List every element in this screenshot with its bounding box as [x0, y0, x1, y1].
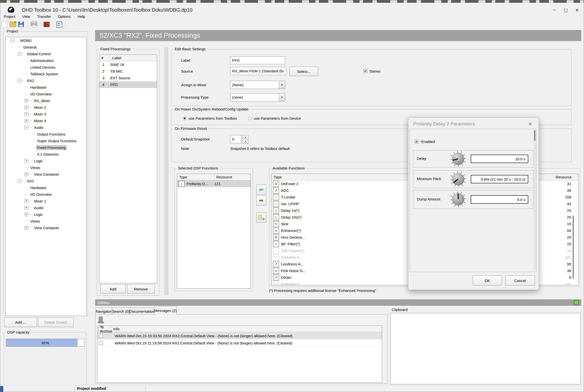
messages-table[interactable]: To Archive Info WARN Wed Oct 23 10:33:50…: [97, 326, 382, 382]
tree-item-talkback-system[interactable]: Talkback System: [6, 70, 86, 77]
tree-item-mixer-3[interactable]: +Mixer 3: [6, 111, 86, 118]
list-scrollbar-thumb[interactable]: [572, 216, 574, 278]
tree-expander-collapse-icon[interactable]: −: [11, 39, 14, 42]
open-file-icon[interactable]: [10, 21, 16, 28]
menu-project[interactable]: Project: [0, 13, 19, 20]
snapshot-input[interactable]: 0: [230, 135, 242, 143]
tree-item-administration[interactable]: Administration: [6, 57, 86, 64]
tree-item-general[interactable]: General: [6, 44, 86, 50]
tree-expander-expand-icon[interactable]: +: [24, 159, 28, 163]
tree-item-5-1-downmix[interactable]: 5.1 Downmix: [6, 151, 86, 158]
fixed-add-button[interactable]: Add: [100, 284, 126, 294]
tree-expander-collapse-icon[interactable]: −: [18, 52, 21, 56]
source-input[interactable]: RX_Mixer.PGM 1 (Standard (fo: [230, 67, 286, 75]
message-checkbox[interactable]: [99, 341, 103, 345]
tree-item-mixer-2[interactable]: +Mixer 2: [6, 104, 86, 111]
delay-value[interactable]: 10.0 s: [471, 154, 528, 163]
archive-button[interactable]: [98, 316, 104, 323]
add-device-button[interactable]: Add ...: [4, 318, 37, 327]
dialog-scrollbar[interactable]: [534, 130, 536, 271]
fixed-processing-row[interactable]: 1SINE 1K: [99, 61, 157, 68]
message-row[interactable]: WARN Wed Oct 23 11:19:58 2024 RX2.Centra…: [97, 340, 382, 347]
tree-item-linked-devices[interactable]: Linked Devices: [6, 64, 86, 70]
spin-up-icon[interactable]: ▲: [242, 135, 248, 140]
spin-down-icon[interactable]: ▼: [242, 139, 248, 144]
tree-expander-collapse-icon[interactable]: −: [18, 179, 21, 183]
chevron-down-icon[interactable]: ▼: [279, 81, 285, 89]
tree-expander-collapse-icon[interactable]: −: [18, 79, 21, 82]
fixed-processing-row[interactable]: 4PFD: [99, 81, 157, 88]
tree-item-fixed-processing[interactable]: Fixed Processing: [6, 144, 86, 151]
assign-to-mixer-select[interactable]: (None) ▼: [230, 81, 285, 89]
tab-navigator[interactable]: Navigator: [96, 308, 112, 315]
add-function-button[interactable]: ➡: [256, 196, 266, 206]
menu-transfer[interactable]: Transfer: [34, 13, 54, 20]
title-bar[interactable]: DHD Toolbox 10 - C:\Users\lm\Desktop\Too…: [0, 3, 584, 13]
dump-amount-value[interactable]: 5.0 s: [471, 195, 528, 204]
select-source-button[interactable]: Select...: [290, 67, 318, 76]
remove-function-button[interactable]: ⇦: [256, 184, 266, 194]
tree-item-super-output-functions[interactable]: Super Output Functions: [6, 138, 86, 144]
column-label[interactable]: Label: [110, 55, 157, 61]
menu-view[interactable]: View: [19, 13, 34, 20]
selected-dsp-list[interactable]: Type Resource (Profanity D...121: [177, 174, 251, 289]
tree-item-hardware[interactable]: Hardware: [6, 184, 86, 191]
fixed-processing-row[interactable]: 2TB MIC: [99, 68, 157, 74]
tree-item-wdbg[interactable]: −WDBG: [6, 37, 86, 44]
print-icon[interactable]: [30, 21, 38, 28]
tree-item-audio[interactable]: −Audio: [6, 124, 86, 131]
tree-item-audio[interactable]: +Audio: [6, 204, 86, 211]
message-row[interactable]: WARN Wed Oct 23 10:33:50 2024 RX2.Centra…: [97, 332, 382, 340]
tree-item-global-control[interactable]: −Global Control: [6, 50, 86, 57]
tree-expander-expand-icon[interactable]: +: [24, 226, 28, 230]
tree-expander-expand-icon[interactable]: +: [24, 99, 28, 102]
column-resource[interactable]: Resource: [214, 174, 250, 180]
tree-expander-expand-icon[interactable]: +: [24, 106, 28, 109]
tree-expander-expand-icon[interactable]: +: [24, 172, 28, 176]
tree-item-mixer-1[interactable]: +Mixer 1: [6, 198, 86, 204]
enabled-checkbox[interactable]: ✔: [415, 140, 419, 144]
selected-dsp-row[interactable]: (Profanity D...121: [177, 180, 250, 187]
snapshot-stepper[interactable]: ▲ ▼: [242, 135, 248, 143]
clipboard-area[interactable]: [390, 313, 580, 384]
tree-item-views[interactable]: Views: [6, 164, 86, 171]
menu-help[interactable]: Help: [74, 13, 89, 20]
tree-item-view-container[interactable]: +View Container: [6, 224, 86, 231]
params-device-radio[interactable]: [248, 116, 252, 120]
tree-item-logic[interactable]: +Logic: [6, 211, 86, 218]
tree-item-logic[interactable]: +Logic: [6, 158, 86, 164]
dump-amount-knob[interactable]: [450, 191, 466, 208]
tree-expander-expand-icon[interactable]: +: [24, 212, 28, 216]
tab-messages-2-[interactable]: Messages (2): [154, 306, 177, 315]
tree-expander-expand-icon[interactable]: +: [24, 199, 28, 203]
project-tree[interactable]: −WDBGGeneral−Global ControlAdministratio…: [6, 37, 86, 316]
column-info[interactable]: Info: [111, 326, 382, 332]
tab-documentation[interactable]: Documentation: [130, 308, 154, 315]
fixed-processing-row[interactable]: 3EXT Source: [99, 74, 157, 81]
tree-item-i-o-overview[interactable]: I/O Overview: [6, 91, 86, 98]
column-to-archive[interactable]: To Archive: [100, 326, 111, 332]
tree-item-mixer-4[interactable]: +Mixer 4: [6, 118, 86, 124]
column-type[interactable]: Type: [272, 174, 308, 180]
tree-item-hardware[interactable]: Hardware: [6, 84, 86, 91]
message-checkbox[interactable]: [99, 334, 103, 338]
tab-search-0-[interactable]: Search (0): [112, 308, 129, 315]
tree-expander-collapse-icon[interactable]: −: [24, 126, 28, 129]
tree-expander-expand-icon[interactable]: +: [24, 112, 28, 116]
fixed-remove-button[interactable]: Remove: [127, 284, 155, 294]
tree-item-rx-mixer[interactable]: +RX_Mixer: [6, 98, 86, 104]
dialog-scrollbar-thumb[interactable]: [534, 130, 536, 141]
cancel-button[interactable]: Cancel: [505, 276, 535, 286]
tree-item-rx2[interactable]: −RX2: [6, 77, 86, 84]
delete-device-button[interactable]: Delete Device: [38, 318, 74, 327]
configuration-icon[interactable]: [56, 21, 63, 28]
fixed-processings-list[interactable]: # Label 1SINE 1K2TB MIC3EXT Source4PFD: [99, 54, 157, 283]
menu-options[interactable]: Options: [54, 13, 74, 20]
minimum-pitch-knob[interactable]: [450, 171, 466, 187]
tree-expander-expand-icon[interactable]: +: [24, 206, 28, 210]
splitter[interactable]: [164, 47, 168, 295]
params-toolbox-radio[interactable]: [183, 116, 186, 120]
label-input[interactable]: PFD: [230, 56, 285, 64]
dialog-close-icon[interactable]: ✕: [526, 120, 535, 128]
delay-knob[interactable]: [450, 151, 466, 167]
